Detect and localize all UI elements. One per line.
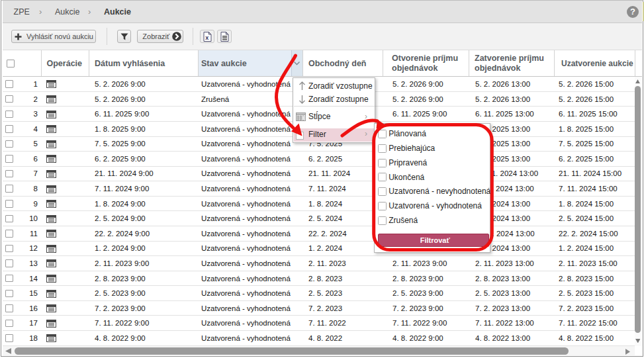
svg-text:x: x <box>205 34 208 41</box>
